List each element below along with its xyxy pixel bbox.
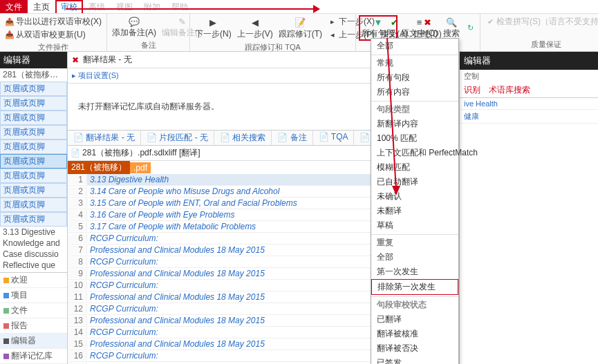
row-number: 14 (68, 327, 87, 337)
row-number: 6 (68, 233, 87, 243)
tree-item[interactable]: Reflective que (0, 260, 67, 271)
dropdown-item[interactable]: 排除第一次发生 (371, 279, 458, 295)
menu-file[interactable]: 文件 (0, 0, 28, 13)
tree-item[interactable]: 页眉或页脚 (0, 169, 67, 183)
track-changes-button[interactable]: 📝跟踪修订(T) (277, 17, 324, 41)
tab-welcome[interactable]: 欢迎 (0, 273, 67, 288)
dropdown-item[interactable]: 翻译被核准 (371, 327, 458, 341)
tree-item[interactable]: 页眉或页脚 (0, 212, 67, 227)
tree-item[interactable]: 页眉或页脚 (0, 183, 67, 198)
row-number: 5 (68, 222, 87, 231)
right-item-2[interactable]: 健康 (460, 110, 598, 124)
right-control-label: 空制 (460, 70, 598, 83)
dropdown-section-header: 重复 (371, 234, 458, 250)
right-item-1[interactable]: ive Health (460, 98, 598, 110)
results-title: 翻译结果 - 无 (83, 54, 132, 66)
dropdown-item[interactable]: 第一次发生 (371, 265, 458, 279)
add-comment-button[interactable]: 💬添加备注(A) (110, 15, 158, 39)
row-number: 9 (68, 269, 87, 278)
row-number: 7 (68, 245, 87, 255)
dropdown-item[interactable]: 已签发 (371, 356, 458, 364)
navigation-tree[interactable]: 281（被拖移） ▸ 页眉或页脚页眉或页脚页眉或页脚页眉或页脚页眉或页脚页眉或页… (0, 68, 67, 272)
svg-marker-1 (392, 186, 400, 195)
row-number: 12 (68, 304, 87, 314)
row-number: 1 (68, 175, 87, 184)
update-from-bilingual-button[interactable]: 📥从双语审校更新(U) (3, 28, 88, 41)
menu-addins[interactable]: 附加 (138, 0, 166, 13)
dropdown-item[interactable]: 全部 (371, 250, 458, 265)
ribbon-group-track-label: 跟踪修订和 TQA (193, 41, 353, 52)
file-tag-name: 281（被拖移） (68, 161, 130, 174)
tree-item[interactable]: Knowledge and (0, 238, 67, 249)
tab-projects[interactable]: 项目 (0, 288, 67, 303)
search-button[interactable]: 🔍搜索 (441, 16, 462, 40)
ribbon: 📤导出以进行双语审校(X) 📥从双语审校更新(U) 文件操作 💬添加备注(A) … (0, 14, 598, 52)
tab-termbase-search[interactable]: 术语库搜索 (485, 83, 534, 97)
tab-tm[interactable]: 翻译记忆库 (0, 349, 67, 364)
row-number: 10 (68, 280, 87, 290)
export-bilingual-button[interactable]: 📤导出以进行双语审校(X) (3, 15, 104, 28)
menu-home[interactable]: 主页 (28, 0, 55, 13)
dropdown-section-header: 句段审校状态 (371, 296, 458, 312)
ribbon-group-comment-label: 备注 (110, 39, 187, 50)
row-number: 3 (68, 198, 87, 208)
tab-editor[interactable]: 编辑器 (0, 334, 67, 349)
close-icon[interactable]: ✖ (72, 55, 79, 65)
prev-button[interactable]: ◀上一步(V) (235, 17, 275, 41)
menu-review[interactable]: 审校 (55, 0, 83, 13)
tree-item[interactable]: 页眉或页脚 (0, 154, 67, 169)
all-segments-filter-button[interactable]: ▼所有句段 (359, 15, 398, 41)
tree-item[interactable]: 页眉或页脚 (0, 82, 67, 96)
results-tab[interactable]: 📄 翻译结果 - 无 (68, 131, 141, 145)
results-tab[interactable]: 📄 TQA (313, 131, 355, 145)
dropdown-item[interactable]: 草稿 (371, 218, 458, 233)
tree-item[interactable]: 页眉或页脚 (0, 198, 67, 212)
tree-item[interactable]: Case discussio (0, 249, 67, 260)
row-number: 11 (68, 292, 87, 302)
results-tab[interactable]: 📄 备注 (272, 131, 312, 145)
tree-root[interactable]: 281（被拖移） ▸ (0, 68, 67, 82)
source-original-button[interactable]: ≡原文中(O) (399, 16, 440, 40)
right-panel: 编辑器 空制 识别 术语库搜索 ive Health 健康 (459, 52, 598, 364)
annotation-arrow-1 (66, 8, 315, 10)
menu-help[interactable]: 帮助 (166, 0, 194, 13)
ribbon-group-qa-label: 质量保证 (483, 39, 598, 50)
dropdown-item[interactable]: 翻译被否决 (371, 341, 458, 356)
left-panel-title: 编辑器 (0, 52, 67, 68)
tree-item[interactable]: 页眉或页脚 (0, 140, 67, 154)
tab-reports[interactable]: 报告 (0, 318, 67, 334)
dropdown-item[interactable]: 已翻译 (371, 312, 458, 327)
tree-item[interactable]: 页眉或页脚 (0, 111, 67, 125)
results-tab[interactable]: 📄 相关搜索 (214, 131, 272, 145)
right-editor-title: 编辑器 (460, 52, 598, 70)
menu-bar: 文件 主页 审校 高级 视图 附加 帮助 (0, 0, 598, 14)
row-number: 4 (68, 210, 87, 220)
menu-view[interactable]: 视图 (111, 0, 138, 13)
row-number: 15 (68, 339, 87, 349)
spell-check-button: ✔检查拼写(S)（语言不受支持） (483, 15, 598, 28)
main-area: 编辑器 281（被拖移） ▸ 页眉或页脚页眉或页脚页眉或页脚页眉或页脚页眉或页脚… (0, 52, 598, 364)
left-tabs: 欢迎 项目 文件 报告 编辑器 翻译记忆库 (0, 272, 67, 364)
tree-item[interactable]: 页眉或页脚 (0, 96, 67, 111)
dropdown-item[interactable]: 未翻译 (371, 204, 458, 218)
tab-recognition[interactable]: 识别 (460, 83, 485, 97)
refresh-icon[interactable]: ↻ (463, 23, 477, 34)
tree-item[interactable]: 3.13 Digestive (0, 227, 67, 238)
ribbon-group-file-label: 文件操作 (3, 41, 104, 52)
file-tag-ext: .pdf (130, 162, 151, 173)
tab-files[interactable]: 文件 (0, 303, 67, 318)
left-panel: 编辑器 281（被拖移） ▸ 页眉或页脚页眉或页脚页眉或页脚页眉或页脚页眉或页脚… (0, 52, 68, 364)
tree-item[interactable]: 页眉或页脚 (0, 125, 67, 140)
svg-line-0 (387, 38, 396, 190)
row-number: 16 (68, 351, 87, 361)
row-number: 2 (68, 186, 87, 196)
row-number: 8 (68, 257, 87, 267)
menu-advanced[interactable]: 高级 (83, 0, 111, 13)
results-tab[interactable]: 📄 片段匹配 - 无 (141, 131, 214, 145)
next-button[interactable]: ▶下一步(N) (193, 17, 234, 41)
row-number: 13 (68, 316, 87, 325)
